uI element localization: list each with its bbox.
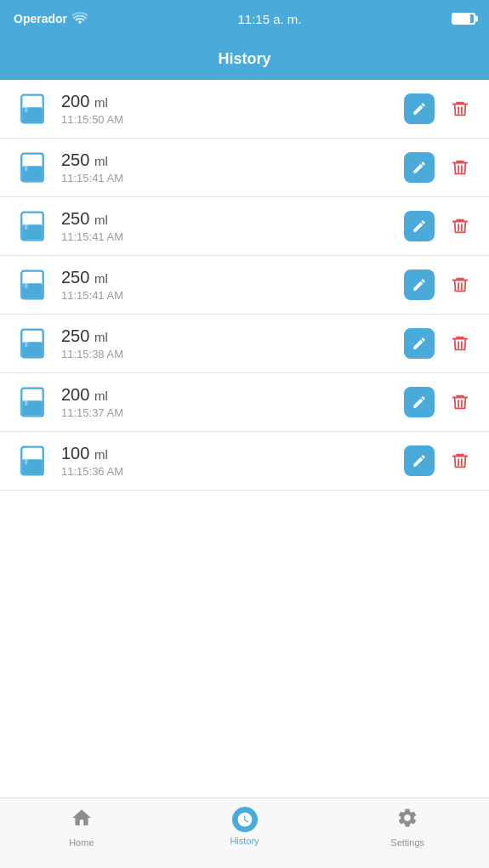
edit-button[interactable] [404,211,435,241]
item-amount: 200 ml [61,92,404,111]
settings-icon [396,807,418,834]
item-info: 250 ml 11:15:41 AM [51,268,404,302]
item-time: 11:15:36 AM [61,465,404,478]
trash-icon [451,158,469,177]
edit-icon [412,336,427,351]
item-unit: ml [94,330,108,344]
tab-home[interactable]: Home [0,807,163,848]
edit-button[interactable] [404,445,435,476]
water-cup-icon [14,266,51,304]
trash-icon [451,275,469,294]
item-time: 11:15:41 AM [61,289,404,302]
edit-icon [412,160,427,175]
status-bar-right [452,13,475,25]
edit-button[interactable] [404,94,435,124]
edit-icon [412,277,427,292]
item-unit: ml [94,95,108,110]
item-actions [404,328,475,359]
history-list: 200 ml 11:15:50 AM [0,80,489,797]
item-time: 11:15:41 AM [61,230,404,243]
item-actions [404,269,475,300]
item-amount: 250 ml [61,209,404,229]
edit-button[interactable] [404,328,435,359]
tab-home-label: Home [69,837,94,848]
svg-rect-32 [25,449,28,464]
item-time: 11:15:50 AM [61,113,404,126]
page-title: History [218,50,270,68]
edit-icon [412,394,427,410]
tab-history-label: History [230,836,259,846]
edit-button[interactable] [404,269,435,300]
tab-history[interactable]: History [163,807,327,846]
list-item: 200 ml 11:15:37 AM [0,373,489,432]
item-info: 250 ml 11:15:38 AM [51,326,404,360]
status-bar: Operador 11:15 a. m. [0,0,489,37]
item-amount: 250 ml [61,326,404,346]
delete-button[interactable] [445,387,475,417]
delete-button[interactable] [445,269,475,300]
item-actions [404,211,475,241]
item-actions [404,387,475,417]
water-cup-icon [14,383,51,421]
item-amount: 200 ml [61,385,404,405]
item-info: 100 ml 11:15:36 AM [51,444,404,478]
item-unit: ml [94,213,108,227]
delete-button[interactable] [445,211,475,241]
edit-icon [412,101,427,116]
tab-bar: Home History Settings [0,797,489,868]
trash-icon [451,451,469,470]
item-unit: ml [94,447,108,462]
edit-button[interactable] [404,152,435,183]
status-bar-left: Operador [14,12,88,26]
svg-rect-2 [25,97,28,112]
delete-button[interactable] [445,152,475,183]
item-amount: 250 ml [61,150,404,170]
delete-button[interactable] [445,328,475,359]
item-amount: 100 ml [61,444,404,463]
svg-rect-12 [25,214,28,230]
history-clock-icon [232,807,258,832]
item-info: 250 ml 11:15:41 AM [51,209,404,243]
water-cup-icon [14,442,51,479]
item-actions [404,94,475,124]
carrier-label: Operador [14,12,67,26]
item-actions [404,445,475,476]
item-info: 200 ml 11:15:50 AM [51,92,404,126]
water-cup-icon [14,207,51,245]
water-cup-icon [14,325,51,362]
battery-icon [452,13,475,25]
list-item: 250 ml 11:15:38 AM [0,315,489,373]
home-icon [71,807,93,834]
item-actions [404,152,475,183]
delete-button[interactable] [445,445,475,476]
item-unit: ml [94,389,108,403]
list-item: 250 ml 11:15:41 AM [0,197,489,256]
item-time: 11:15:37 AM [61,406,404,419]
item-amount: 250 ml [61,268,404,287]
trash-icon [451,99,469,118]
item-unit: ml [94,271,108,286]
list-item: 200 ml 11:15:50 AM [0,80,489,139]
item-info: 200 ml 11:15:37 AM [51,385,404,419]
wifi-icon [72,12,88,26]
svg-rect-22 [25,332,28,347]
trash-icon [451,334,469,353]
edit-button[interactable] [404,387,435,417]
tab-settings-label: Settings [390,837,424,848]
item-unit: ml [94,154,108,168]
list-item: 250 ml 11:15:41 AM [0,139,489,197]
edit-icon [412,453,427,468]
item-info: 250 ml 11:15:41 AM [51,150,404,184]
svg-rect-27 [25,390,28,406]
svg-rect-17 [25,273,28,288]
water-cup-icon [14,149,51,186]
edit-icon [412,218,427,234]
trash-icon [451,217,469,235]
list-item: 100 ml 11:15:36 AM [0,432,489,491]
tab-settings[interactable]: Settings [326,807,489,848]
trash-icon [451,393,469,411]
item-time: 11:15:41 AM [61,172,404,184]
item-time: 11:15:38 AM [61,348,404,360]
water-cup-icon [14,90,51,128]
delete-button[interactable] [445,94,475,124]
